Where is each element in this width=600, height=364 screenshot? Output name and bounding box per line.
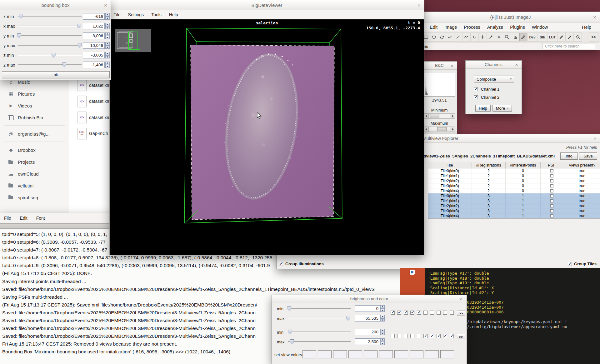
psf-checkbox[interactable] bbox=[550, 169, 553, 172]
scroll-right-icon[interactable] bbox=[450, 114, 455, 118]
scroll-left-icon[interactable] bbox=[424, 127, 429, 132]
menu-help[interactable]: Help bbox=[578, 25, 595, 30]
bc-titlebar[interactable]: B&C × bbox=[422, 62, 457, 70]
group-tiles-checkbox[interactable] bbox=[568, 262, 572, 266]
color-swatch-button[interactable] bbox=[394, 350, 408, 358]
slider-thumb[interactable] bbox=[52, 53, 56, 58]
color-swatch-button[interactable] bbox=[318, 350, 332, 358]
view-checkbox[interactable] bbox=[430, 334, 434, 338]
group2-max-spinner[interactable]: 2,500 bbox=[355, 338, 380, 345]
close-icon[interactable]: × bbox=[593, 136, 597, 141]
group1-min-spinner[interactable]: 0 bbox=[355, 305, 380, 312]
group1-min-slider[interactable] bbox=[288, 305, 351, 312]
psf-checkbox[interactable] bbox=[550, 209, 553, 212]
brush-tool-icon[interactable] bbox=[566, 32, 574, 42]
slider-thumb[interactable] bbox=[77, 24, 81, 29]
psf-checkbox[interactable] bbox=[550, 179, 553, 182]
search-input[interactable] bbox=[542, 43, 595, 49]
spinner-down-icon[interactable] bbox=[105, 36, 110, 39]
view-checkbox[interactable] bbox=[404, 334, 408, 338]
slider-thumb[interactable] bbox=[288, 306, 292, 311]
range-slider[interactable] bbox=[18, 50, 82, 60]
color-swatch-button[interactable] bbox=[379, 350, 393, 358]
slider-thumb[interactable] bbox=[78, 43, 82, 48]
close-icon[interactable]: × bbox=[104, 2, 107, 8]
ok-button[interactable]: ok bbox=[2, 71, 110, 78]
psf-checkbox[interactable] bbox=[550, 189, 553, 192]
table-row[interactable]: Tile2(id=2) 2 0 true bbox=[428, 178, 600, 183]
psf-checkbox[interactable] bbox=[550, 204, 553, 207]
column-header[interactable]: #Registrations bbox=[472, 162, 506, 168]
spinner-down-icon[interactable] bbox=[105, 46, 110, 49]
table-row[interactable]: Tile3(id=3) 3 1 true bbox=[428, 208, 600, 213]
color-picker-tool-icon[interactable] bbox=[519, 32, 528, 42]
group-tiles-option[interactable]: Group Tiles bbox=[568, 262, 597, 266]
range-slider[interactable] bbox=[18, 41, 82, 50]
group2-max-slider[interactable] bbox=[288, 338, 351, 345]
view-checkbox[interactable] bbox=[430, 311, 434, 315]
group-illuminations-option[interactable]: Group Illuminations bbox=[279, 262, 324, 266]
composite-mode-select[interactable]: Composite bbox=[474, 76, 514, 82]
value-spinner[interactable]: 10,046 bbox=[83, 42, 105, 49]
file-item[interactable]: Gap-mCh bbox=[69, 126, 110, 142]
menu-item[interactable]: Image bbox=[441, 25, 460, 30]
more-tools-button[interactable]: >> bbox=[589, 32, 598, 42]
group2-min-spinner[interactable]: 200 bbox=[355, 329, 380, 335]
sidebar-item[interactable]: spiral-seq bbox=[0, 192, 69, 203]
slider-thumb[interactable] bbox=[346, 316, 350, 321]
slider-thumb[interactable] bbox=[17, 33, 21, 38]
group-illuminations-checkbox[interactable] bbox=[279, 262, 283, 266]
menu-item[interactable]: File bbox=[113, 12, 121, 17]
view-checkbox[interactable] bbox=[443, 311, 447, 315]
spinner-up-icon[interactable] bbox=[105, 23, 110, 26]
menu-item[interactable]: Edit bbox=[426, 25, 441, 30]
close-icon[interactable]: × bbox=[459, 296, 462, 302]
spinner-arrows[interactable] bbox=[380, 315, 385, 322]
close-icon[interactable]: × bbox=[450, 63, 453, 68]
view-checkbox[interactable] bbox=[423, 334, 428, 338]
spinner-up-icon[interactable] bbox=[105, 32, 110, 36]
menu-item[interactable]: Plugins bbox=[507, 25, 528, 30]
group1-max-slider[interactable] bbox=[288, 315, 351, 322]
oval-tool-icon[interactable] bbox=[430, 32, 438, 42]
view-checkbox[interactable] bbox=[404, 311, 408, 315]
help-button[interactable]: Help bbox=[475, 105, 491, 112]
spinner-arrows[interactable] bbox=[105, 62, 110, 68]
range-slider[interactable] bbox=[18, 21, 82, 31]
column-header[interactable]: #InterestPoints bbox=[506, 162, 541, 168]
sidebar-item[interactable]: organelas@g... bbox=[0, 128, 69, 140]
slider-thumb[interactable] bbox=[437, 127, 447, 131]
psf-checkbox[interactable] bbox=[550, 194, 553, 197]
lut-tool-button[interactable]: LUT bbox=[548, 32, 558, 42]
column-header[interactable]: PSF bbox=[541, 162, 563, 168]
wand-tool-icon[interactable] bbox=[487, 32, 495, 42]
dev-tool-button[interactable]: Dev bbox=[528, 32, 538, 42]
menu-item[interactable]: Analyze bbox=[484, 25, 507, 30]
maximum-slider[interactable] bbox=[423, 127, 455, 132]
spinner-up-icon[interactable] bbox=[105, 62, 110, 65]
view-checkbox[interactable] bbox=[443, 334, 447, 338]
spinner-arrows[interactable] bbox=[380, 338, 385, 345]
value-spinner[interactable]: -3,005 bbox=[83, 52, 105, 58]
group2-min-slider[interactable] bbox=[288, 329, 351, 336]
brightness-titlebar[interactable]: brightness and color × bbox=[272, 295, 467, 303]
magnifier-tool-icon[interactable] bbox=[503, 32, 511, 42]
channel-row[interactable]: Channel 1 bbox=[474, 87, 499, 92]
spinner-up-icon[interactable] bbox=[105, 52, 110, 55]
spinner-arrows[interactable] bbox=[105, 23, 110, 29]
file-item[interactable]: dataset.xml bbox=[69, 109, 110, 126]
menu-item[interactable]: Edit bbox=[20, 216, 28, 221]
table-row[interactable]: Tile3(id=3) 2 0 true bbox=[428, 183, 600, 188]
value-spinner[interactable]: -616 bbox=[83, 13, 105, 20]
view-checkbox[interactable] bbox=[437, 334, 441, 338]
channel-row[interactable]: Channel 2 bbox=[474, 95, 499, 100]
sidebar-item[interactable]: Dropbox bbox=[0, 144, 69, 156]
sidebar-item[interactable]: Projects bbox=[0, 156, 69, 168]
value-spinner[interactable]: 1,022 bbox=[83, 23, 105, 29]
polygon-tool-icon[interactable] bbox=[438, 32, 446, 42]
color-swatch-button[interactable] bbox=[364, 350, 378, 358]
psf-checkbox[interactable] bbox=[550, 199, 553, 202]
psf-checkbox[interactable] bbox=[550, 214, 553, 217]
spinner-arrows[interactable] bbox=[105, 13, 110, 20]
color-swatch-button[interactable] bbox=[410, 350, 423, 358]
